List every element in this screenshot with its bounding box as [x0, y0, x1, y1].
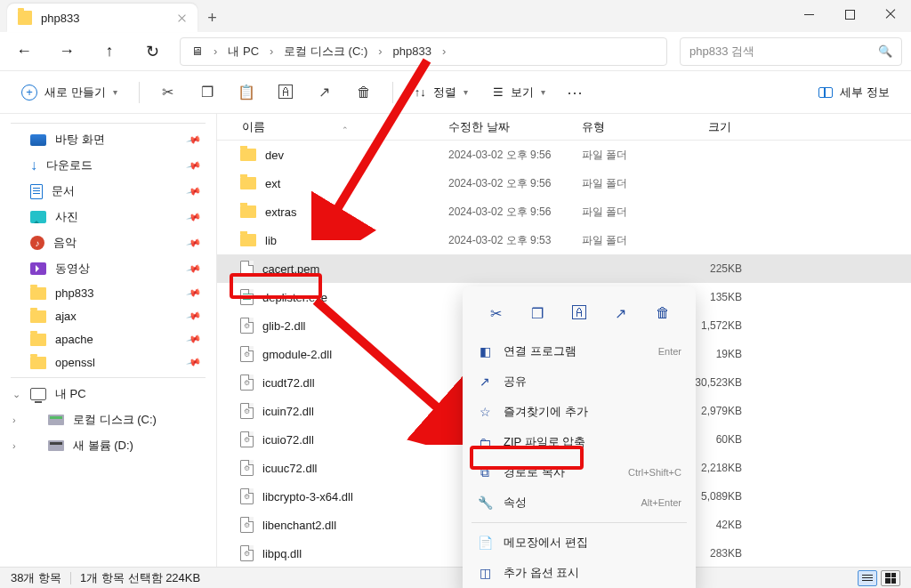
sidebar-item[interactable]: ajax📌	[5, 305, 211, 327]
more-button[interactable]: ⋯	[561, 77, 588, 108]
sidebar-item-label: 문서	[52, 183, 75, 199]
details-icon	[818, 87, 833, 98]
col-name[interactable]: 이름	[242, 120, 265, 133]
col-size[interactable]: 크기	[708, 120, 731, 133]
refresh-button[interactable]: ↻	[137, 36, 167, 67]
ctx-properties[interactable]: 🔧 속성 Alt+Enter	[463, 487, 696, 518]
chevron-right-icon: ›	[268, 44, 275, 58]
ctx-favorites[interactable]: ☆ 즐겨찾기에 추가	[463, 397, 696, 427]
breadcrumb[interactable]: 로컬 디스크 (C:)	[278, 39, 373, 64]
pin-icon: 📌	[186, 235, 203, 251]
file-size: 5,089KB	[687, 490, 758, 503]
view-button[interactable]: ☰ 보기 ▾	[484, 79, 554, 106]
back-button[interactable]: ←	[9, 36, 39, 67]
file-size: 19KB	[687, 348, 758, 360]
view-list-button[interactable]	[858, 570, 877, 586]
sort-button[interactable]: ↑↓ 정렬 ▾	[406, 79, 477, 106]
plus-circle-icon: +	[21, 85, 37, 101]
chevron-right-icon[interactable]: ›	[12, 415, 16, 425]
sidebar-item[interactable]: ♪음악📌	[5, 230, 211, 255]
file-name: icuin72.dll	[262, 405, 314, 418]
sidebar-item-drive[interactable]: ›새 볼륨 (D:)	[5, 433, 211, 458]
pc-icon[interactable]: 🖥	[186, 39, 208, 64]
tab-close-icon[interactable]	[177, 13, 187, 23]
file-name: deplister.exe	[262, 291, 327, 304]
folder-icon	[30, 287, 46, 300]
download-icon: ↓	[30, 157, 37, 173]
sidebar-item[interactable]: 문서📌	[5, 179, 211, 204]
search-input[interactable]: php833 검색 🔍	[680, 37, 902, 66]
maximize-button[interactable]	[829, 0, 870, 28]
close-button[interactable]	[870, 0, 911, 28]
file-row[interactable]: ext2024-03-02 오후 9:56파일 폴더	[217, 169, 911, 197]
chevron-right-icon: ›	[376, 44, 383, 58]
cut-icon[interactable]: ✂	[481, 299, 510, 327]
sidebar-item-pc[interactable]: ⌄ 내 PC	[5, 382, 211, 407]
breadcrumb[interactable]: php833	[388, 39, 437, 64]
rename-icon[interactable]: 🄰	[270, 77, 302, 109]
sidebar-item[interactable]: ↓다운로드📌	[5, 153, 211, 178]
file-size: 30,523KB	[687, 376, 758, 389]
file-name: libcrypto-3-x64.dll	[262, 490, 353, 503]
file-size: 2,979KB	[687, 405, 758, 417]
window-tab[interactable]: php833	[7, 4, 198, 32]
ctx-zip[interactable]: 🗀 ZIP 파일로 압축	[463, 427, 696, 457]
sidebar-item[interactable]: php833📌	[5, 282, 211, 304]
file-row[interactable]: dev2024-03-02 오후 9:56파일 폴더	[217, 141, 911, 169]
tab-title: php833	[41, 12, 79, 25]
chevron-down-icon[interactable]: ⌄	[12, 389, 20, 400]
open-with-icon: ◧	[477, 344, 493, 358]
video-icon	[30, 262, 46, 275]
file-date: 2024-03-02 오후 9:56	[448, 176, 582, 191]
rename-icon[interactable]: 🄰	[565, 299, 593, 327]
new-button[interactable]: + 새로 만들기 ▾	[12, 79, 126, 106]
sidebar-item[interactable]: 사진📌	[5, 205, 211, 230]
delete-icon[interactable]: 🗑	[649, 299, 677, 327]
copy-icon[interactable]: ❐	[523, 299, 552, 327]
up-button[interactable]: ↑	[94, 36, 125, 67]
copy-icon[interactable]: ❐	[191, 77, 223, 109]
sidebar-item[interactable]: 바탕 화면📌	[5, 127, 211, 152]
status-selected: 1개 항목 선택함 224KB	[80, 570, 200, 586]
forward-button[interactable]: →	[52, 36, 82, 67]
column-header[interactable]: 이름⌃ 수정한 날짜 유형 크기	[217, 114, 911, 141]
file-row[interactable]: lib2024-03-02 오후 9:53파일 폴더	[217, 226, 911, 254]
ctx-copy-path[interactable]: ⧉ 경로로 복사 Ctrl+Shift+C	[463, 457, 696, 487]
search-icon: 🔍	[878, 44, 892, 58]
col-type[interactable]: 유형	[582, 120, 605, 133]
ctx-more-options[interactable]: ◫ 추가 옵션 표시	[463, 558, 696, 588]
minimize-button[interactable]	[788, 0, 829, 28]
view-grid-button[interactable]	[881, 570, 900, 586]
paste-icon[interactable]: 📋	[230, 77, 262, 109]
chevron-right-icon[interactable]: ›	[12, 440, 16, 451]
ctx-label: ZIP 파일로 압축	[504, 434, 585, 450]
col-date[interactable]: 수정한 날짜	[448, 120, 510, 133]
file-size: 135KB	[687, 291, 758, 303]
file-row[interactable]: extras2024-03-02 오후 9:56파일 폴더	[217, 197, 911, 226]
file-type: 파일 폴더	[582, 176, 687, 191]
context-menu: ✂ ❐ 🄰 ↗ 🗑 ◧ 연결 프로그램 Enter ↗ 공유 ☆ 즐겨찾기에 추…	[463, 286, 696, 588]
ctx-open-with[interactable]: ◧ 연결 프로그램 Enter	[463, 336, 696, 366]
breadcrumb[interactable]: 내 PC	[222, 39, 264, 64]
sidebar-item[interactable]: openssl📌	[5, 351, 211, 374]
new-label: 새로 만들기	[44, 85, 106, 101]
ctx-label: 즐겨찾기에 추가	[504, 404, 588, 420]
ctx-share[interactable]: ↗ 공유	[463, 366, 696, 397]
sidebar-item[interactable]: apache📌	[5, 328, 211, 350]
file-row[interactable]: cacert.pem225KB	[217, 254, 911, 283]
sidebar-item[interactable]: 동영상📌	[5, 256, 211, 281]
details-pane-button[interactable]: 세부 정보	[810, 79, 899, 106]
dll-icon	[240, 517, 254, 533]
delete-icon[interactable]: 🗑	[348, 77, 380, 109]
ctx-notepad[interactable]: 📄 메모장에서 편집	[463, 528, 696, 558]
share-icon[interactable]: ↗	[607, 299, 635, 327]
file-date: 2024-03-02 오후 9:56	[448, 148, 582, 163]
share-icon[interactable]: ↗	[309, 77, 341, 109]
file-name: extras	[265, 205, 296, 219]
cut-icon[interactable]: ✂	[152, 77, 184, 109]
address-bar[interactable]: 🖥 › 내 PC › 로컬 디스크 (C:) › php833 ›	[180, 37, 667, 66]
desktop-icon	[30, 134, 46, 146]
folder-icon	[240, 234, 256, 246]
new-tab-button[interactable]: +	[198, 4, 226, 32]
sidebar-item-drive[interactable]: ›로컬 디스크 (C:)	[5, 407, 211, 432]
